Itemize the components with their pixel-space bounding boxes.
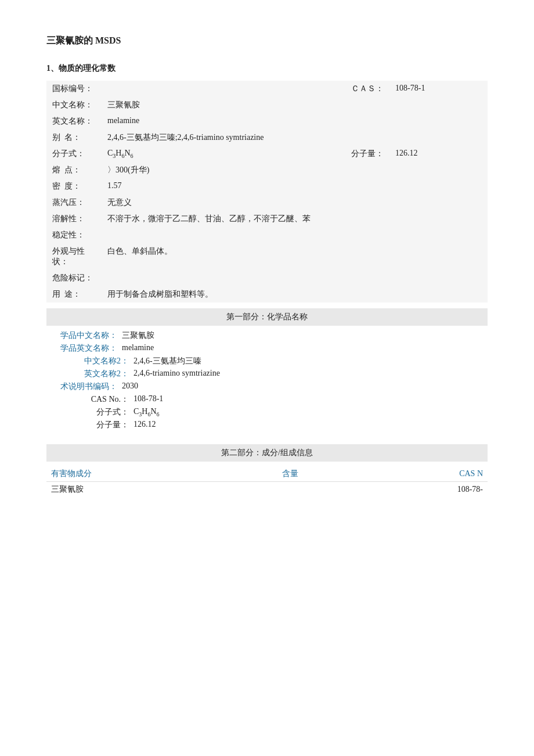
prop-right-label: 分子量： (334, 146, 389, 162)
prop-label: 稳定性： (46, 227, 102, 243)
chem-row: CAS No.： 108-78-1 (46, 394, 488, 405)
chem-value: 2,4,6-三氨基均三嗪 (134, 356, 201, 366)
prop-right-value (389, 286, 488, 303)
prop-right-label (334, 211, 389, 227)
composition-table: 有害物成分 含量 CAS N 三聚氰胺 108-78- (46, 466, 488, 497)
prop-right-label (334, 129, 389, 146)
chem-row: 学品英文名称： melamine (46, 343, 488, 354)
prop-label: 溶解性： (46, 211, 102, 227)
chem-row: 分子量： 126.12 (46, 420, 488, 430)
prop-right-value (389, 243, 488, 270)
prop-value (102, 270, 334, 286)
col-cas: CAS N (377, 466, 488, 482)
prop-value: 三聚氰胺 (102, 97, 334, 113)
prop-value: C3H6N6 (102, 146, 334, 162)
prop-value (102, 81, 334, 97)
cas-value: 108-78- (377, 482, 488, 498)
prop-right-label: ＣＡＳ： (334, 81, 389, 97)
chem-row: 术说明书编码： 2030 (46, 381, 488, 392)
chem-label: CAS No.： (58, 394, 134, 405)
prop-label: 用 途： (46, 286, 102, 303)
prop-label: 外观与性状： (46, 243, 102, 270)
chem-label: 分子式： (58, 407, 134, 417)
prop-right-value: 108-78-1 (389, 81, 488, 97)
prop-right-label (334, 97, 389, 113)
chem-row: 中文名称2： 2,4,6-三氨基均三嗪 (46, 356, 488, 366)
prop-label: 英文名称： (46, 113, 102, 129)
table-row: 蒸汽压： 无意义 (46, 195, 488, 211)
table-row: 密 度： 1.57 (46, 178, 488, 195)
table-row: 分子式： C3H6N6 分子量： 126.12 (46, 146, 488, 162)
section1-title: 1、物质的理化常数 (46, 63, 488, 74)
prop-label: 熔 点： (46, 162, 102, 178)
chem-label: 英文名称2： (58, 369, 134, 379)
prop-right-label (334, 113, 389, 129)
chem-label: 术说明书编码： (46, 381, 122, 392)
prop-value: melamine (102, 113, 334, 129)
col-content: 含量 (203, 466, 377, 482)
prop-value: 无意义 (102, 195, 334, 211)
chem-row: 学品中文名称： 三聚氰胺 (46, 330, 488, 341)
prop-right-value (389, 195, 488, 211)
prop-right-value (389, 113, 488, 129)
chem-label: 学品中文名称： (46, 330, 122, 341)
chem-label: 学品英文名称： (46, 343, 122, 354)
chem-value: 2030 (122, 381, 138, 392)
prop-right-label (334, 178, 389, 195)
prop-right-label (334, 195, 389, 211)
prop-right-value: 126.12 (389, 146, 488, 162)
hazardous-name: 三聚氰胺 (46, 482, 203, 498)
prop-label: 蒸汽压： (46, 195, 102, 211)
part2-header: 第二部分：成分/组成信息 (46, 444, 488, 462)
table-row: 英文名称： melamine (46, 113, 488, 129)
part2-section: 第二部分：成分/组成信息 有害物成分 含量 CAS N 三聚氰胺 108-78- (46, 444, 488, 497)
prop-right-value (389, 227, 488, 243)
table-row: 熔 点： 〉300(升华) (46, 162, 488, 178)
table-row: 三聚氰胺 108-78- (46, 482, 488, 498)
properties-table: 国标编号： ＣＡＳ： 108-78-1 中文名称： 三聚氰胺 英文名称： mel… (46, 81, 488, 303)
chem-label: 中文名称2： (58, 356, 134, 366)
prop-right-label (334, 162, 389, 178)
prop-right-value (389, 129, 488, 146)
table-row: 别 名： 2,4,6-三氨基均三嗪;2,4,6-triamino symtria… (46, 129, 488, 146)
chem-value: 三聚氰胺 (122, 330, 154, 341)
chem-value: 108-78-1 (134, 394, 163, 405)
prop-label: 危险标记： (46, 270, 102, 286)
prop-label: 国标编号： (46, 81, 102, 97)
prop-value: 2,4,6-三氨基均三嗪;2,4,6-triamino symtriazine (102, 129, 334, 146)
prop-label: 分子式： (46, 146, 102, 162)
chem-value: 126.12 (134, 420, 156, 430)
prop-label: 别 名： (46, 129, 102, 146)
table-row: 溶解性： 不溶于水，微溶于乙二醇、甘油、乙醇，不溶于乙醚、苯 (46, 211, 488, 227)
table-header-row: 有害物成分 含量 CAS N (46, 466, 488, 482)
prop-right-value (389, 178, 488, 195)
prop-right-label (334, 270, 389, 286)
table-row: 危险标记： (46, 270, 488, 286)
prop-value: 白色、单斜晶体。 (102, 243, 334, 270)
table-row: 用 途： 用于制备合成树脂和塑料等。 (46, 286, 488, 303)
prop-right-value (389, 211, 488, 227)
prop-right-value (389, 270, 488, 286)
part1-content: 学品中文名称： 三聚氰胺 学品英文名称： melamine 中文名称2： 2,4… (46, 330, 488, 430)
prop-label: 中文名称： (46, 97, 102, 113)
prop-right-label (334, 286, 389, 303)
table-row: 中文名称： 三聚氰胺 (46, 97, 488, 113)
chem-label: 分子量： (58, 420, 134, 430)
col-hazardous: 有害物成分 (46, 466, 203, 482)
page-title: 三聚氰胺的 MSDS (46, 35, 488, 47)
prop-right-label (334, 243, 389, 270)
chem-row: 英文名称2： 2,4,6-triamino symtriazine (46, 369, 488, 379)
table-row: 外观与性状： 白色、单斜晶体。 (46, 243, 488, 270)
prop-right-value (389, 162, 488, 178)
prop-value: 〉300(升华) (102, 162, 334, 178)
chem-value: C3H6N6 (134, 407, 160, 417)
content-value (203, 482, 377, 498)
table-row: 国标编号： ＣＡＳ： 108-78-1 (46, 81, 488, 97)
chem-row: 分子式： C3H6N6 (46, 407, 488, 417)
prop-value: 不溶于水，微溶于乙二醇、甘油、乙醇，不溶于乙醚、苯 (102, 211, 334, 227)
prop-right-value (389, 97, 488, 113)
table-row: 稳定性： (46, 227, 488, 243)
chem-value: melamine (122, 343, 154, 354)
prop-right-label (334, 227, 389, 243)
chem-value: 2,4,6-triamino symtriazine (134, 369, 220, 379)
